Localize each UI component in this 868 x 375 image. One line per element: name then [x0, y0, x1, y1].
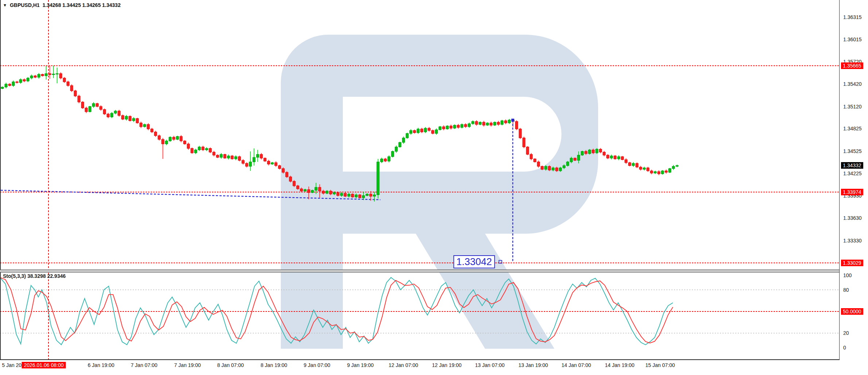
time-tick-label: 7 Jan 19:00 — [174, 362, 201, 368]
time-tick-label: 9 Jan 19:00 — [347, 362, 373, 368]
symbol-period-label: GBPUSD,H1 — [10, 2, 40, 8]
axis-tick-label: 1.34825 — [843, 126, 862, 131]
window-divider[interactable] — [0, 270, 868, 272]
measure-price-label[interactable]: 1.33042 — [453, 255, 495, 268]
time-tick-label: 12 Jan 07:00 — [389, 362, 418, 368]
time-tick-label: 13 Jan 19:00 — [519, 362, 548, 368]
symbol-dropdown-icon[interactable]: ▼ — [3, 3, 7, 7]
level-price-badge: 1.33974 — [841, 189, 863, 195]
time-tick-label: 13 Jan 07:00 — [475, 362, 505, 368]
time-tick-label: 8 Jan 07:00 — [217, 362, 244, 368]
current-price-badge: 1.34332 — [841, 162, 863, 169]
axis-tick-label: 1.35120 — [843, 104, 862, 110]
axis-tick-label: 1.34525 — [843, 148, 862, 154]
axis-tick-label: 0 — [843, 345, 846, 351]
sub-gridlines — [0, 290, 840, 333]
trading-chart-window: ▼ GBPUSD,H1 1.34268 1.34425 1.34265 1.34… — [0, 0, 868, 375]
stochastic-indicator-label: Sto(5,3,3) 38.3298 22.9346 — [3, 273, 66, 279]
time-tick-label: 15 Jan 07:00 — [646, 362, 675, 368]
axis-tick-label: 20 — [843, 330, 849, 336]
time-tick-label: 6 Jan 19:00 — [88, 362, 114, 368]
axis-tick-label: 1.36015 — [843, 37, 862, 42]
level-price-badge: 1.33029 — [841, 260, 863, 266]
time-tick-label: 14 Jan 19:00 — [605, 362, 635, 368]
time-tick-label: 12 Jan 19:00 — [432, 362, 462, 368]
time-tick-label: 14 Jan 07:00 — [562, 362, 591, 368]
crosshair-date-badge: 2026.01.06 08:00 — [22, 362, 66, 368]
axis-tick-label: 1.33330 — [843, 238, 862, 244]
time-axis-panel[interactable]: 5 Jan 20266 Jan 19:007 Jan 07:007 Jan 19… — [0, 360, 868, 375]
ohlc-readout: 1.34268 1.34425 1.34265 1.34332 — [43, 2, 121, 8]
time-tick-label: 8 Jan 19:00 — [260, 362, 287, 368]
level-price-badge: 1.35665 — [841, 62, 863, 69]
measure-top-handle[interactable] — [511, 119, 514, 122]
level-price-badge: 50.0000 — [841, 308, 863, 315]
axis-tick-label: 1.35420 — [843, 81, 862, 87]
chart-title: ▼ GBPUSD,H1 1.34268 1.34425 1.34265 1.34… — [3, 2, 121, 8]
time-tick-label: 9 Jan 07:00 — [303, 362, 330, 368]
price-axis-panel[interactable]: 1.363151.360151.357201.354201.351201.348… — [840, 0, 868, 375]
chart-canvas[interactable] — [0, 0, 868, 375]
axis-tick-label: 100 — [843, 272, 852, 278]
axis-tick-label: 1.34225 — [843, 171, 862, 176]
axis-tick-label: 80 — [843, 287, 849, 293]
axis-tick-label: 1.33630 — [843, 215, 862, 221]
axis-tick-label: 1.36315 — [843, 14, 862, 20]
time-tick-label: 7 Jan 07:00 — [131, 362, 157, 368]
